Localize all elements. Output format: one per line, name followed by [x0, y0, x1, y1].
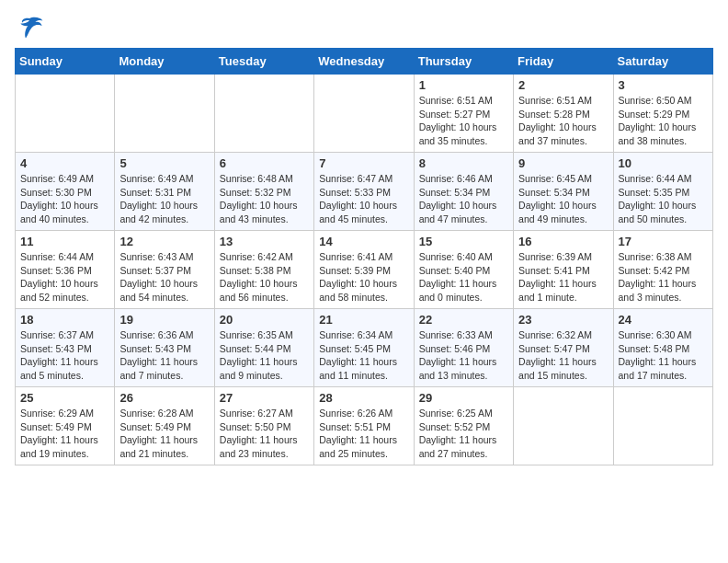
- calendar-header-friday: Friday: [514, 49, 613, 75]
- day-info: Sunrise: 6:35 AM Sunset: 5:44 PM Dayligh…: [220, 328, 309, 383]
- calendar-week-4: 18Sunrise: 6:37 AM Sunset: 5:43 PM Dayli…: [16, 309, 713, 387]
- day-info: Sunrise: 6:29 AM Sunset: 5:49 PM Dayligh…: [20, 407, 109, 461]
- day-number: 29: [419, 391, 508, 405]
- calendar-cell: 15Sunrise: 6:40 AM Sunset: 5:40 PM Dayli…: [414, 231, 513, 309]
- day-info: Sunrise: 6:38 AM Sunset: 5:42 PM Dayligh…: [619, 250, 708, 304]
- day-number: 16: [518, 235, 608, 248]
- calendar: SundayMondayTuesdayWednesdayThursdayFrid…: [15, 48, 713, 465]
- calendar-cell: 23Sunrise: 6:32 AM Sunset: 5:47 PM Dayli…: [514, 309, 613, 387]
- day-info: Sunrise: 6:41 AM Sunset: 5:39 PM Dayligh…: [319, 250, 408, 304]
- day-info: Sunrise: 6:37 AM Sunset: 5:43 PM Dayligh…: [20, 328, 109, 383]
- day-info: Sunrise: 6:44 AM Sunset: 5:36 PM Dayligh…: [20, 250, 109, 304]
- day-number: 27: [220, 391, 309, 405]
- calendar-week-1: 1Sunrise: 6:51 AM Sunset: 5:27 PM Daylig…: [16, 75, 713, 153]
- calendar-week-3: 11Sunrise: 6:44 AM Sunset: 5:36 PM Dayli…: [16, 231, 713, 309]
- day-info: Sunrise: 6:33 AM Sunset: 5:46 PM Dayligh…: [419, 328, 508, 383]
- calendar-cell: 17Sunrise: 6:38 AM Sunset: 5:42 PM Dayli…: [613, 231, 712, 309]
- day-number: 20: [220, 313, 309, 327]
- day-number: 21: [319, 313, 408, 327]
- calendar-header-row: SundayMondayTuesdayWednesdayThursdayFrid…: [16, 49, 713, 75]
- day-info: Sunrise: 6:42 AM Sunset: 5:38 PM Dayligh…: [220, 250, 309, 304]
- day-number: 6: [220, 156, 309, 170]
- day-number: 2: [518, 78, 608, 92]
- calendar-cell: 1Sunrise: 6:51 AM Sunset: 5:27 PM Daylig…: [414, 75, 513, 153]
- day-number: 26: [119, 391, 209, 405]
- calendar-cell: 4Sunrise: 6:49 AM Sunset: 5:30 PM Daylig…: [16, 153, 115, 231]
- calendar-cell: 8Sunrise: 6:46 AM Sunset: 5:34 PM Daylig…: [414, 153, 513, 231]
- calendar-cell: 12Sunrise: 6:43 AM Sunset: 5:37 PM Dayli…: [115, 231, 214, 309]
- day-info: Sunrise: 6:34 AM Sunset: 5:45 PM Dayligh…: [319, 328, 408, 383]
- day-number: 12: [119, 235, 209, 248]
- day-info: Sunrise: 6:45 AM Sunset: 5:34 PM Dayligh…: [518, 172, 608, 226]
- day-info: Sunrise: 6:50 AM Sunset: 5:29 PM Dayligh…: [619, 94, 708, 148]
- day-number: 15: [419, 235, 508, 248]
- calendar-cell: 24Sunrise: 6:30 AM Sunset: 5:48 PM Dayli…: [613, 309, 712, 387]
- day-number: 24: [619, 313, 708, 327]
- day-number: 28: [319, 391, 408, 405]
- day-info: Sunrise: 6:47 AM Sunset: 5:33 PM Dayligh…: [319, 172, 408, 226]
- day-number: 23: [518, 313, 608, 327]
- calendar-cell: 3Sunrise: 6:50 AM Sunset: 5:29 PM Daylig…: [613, 75, 712, 153]
- day-info: Sunrise: 6:51 AM Sunset: 5:28 PM Dayligh…: [518, 94, 608, 148]
- day-number: 11: [20, 235, 109, 248]
- calendar-week-2: 4Sunrise: 6:49 AM Sunset: 5:30 PM Daylig…: [16, 153, 713, 231]
- calendar-week-5: 25Sunrise: 6:29 AM Sunset: 5:49 PM Dayli…: [16, 387, 713, 465]
- calendar-cell: 19Sunrise: 6:36 AM Sunset: 5:43 PM Dayli…: [115, 309, 214, 387]
- calendar-header-wednesday: Wednesday: [314, 49, 414, 75]
- calendar-cell: 13Sunrise: 6:42 AM Sunset: 5:38 PM Dayli…: [214, 231, 313, 309]
- calendar-cell: [514, 387, 613, 465]
- calendar-cell: 21Sunrise: 6:34 AM Sunset: 5:45 PM Dayli…: [314, 309, 414, 387]
- day-number: 7: [319, 156, 408, 170]
- day-number: 14: [319, 235, 408, 248]
- calendar-header-tuesday: Tuesday: [214, 49, 313, 75]
- calendar-cell: 25Sunrise: 6:29 AM Sunset: 5:49 PM Dayli…: [16, 387, 115, 465]
- calendar-cell: 27Sunrise: 6:27 AM Sunset: 5:50 PM Dayli…: [214, 387, 313, 465]
- day-number: 22: [419, 313, 508, 327]
- calendar-cell: 14Sunrise: 6:41 AM Sunset: 5:39 PM Dayli…: [314, 231, 414, 309]
- calendar-cell: 5Sunrise: 6:49 AM Sunset: 5:31 PM Daylig…: [115, 153, 214, 231]
- calendar-cell: 11Sunrise: 6:44 AM Sunset: 5:36 PM Dayli…: [16, 231, 115, 309]
- calendar-header-thursday: Thursday: [414, 49, 513, 75]
- day-number: 10: [619, 156, 708, 170]
- day-number: 5: [119, 156, 209, 170]
- calendar-cell: [613, 387, 712, 465]
- calendar-header-saturday: Saturday: [613, 49, 712, 75]
- header: [15, 15, 713, 40]
- calendar-cell: 28Sunrise: 6:26 AM Sunset: 5:51 PM Dayli…: [314, 387, 414, 465]
- day-number: 13: [220, 235, 309, 248]
- logo-bird-icon: [15, 15, 44, 40]
- day-info: Sunrise: 6:30 AM Sunset: 5:48 PM Dayligh…: [619, 328, 708, 383]
- day-info: Sunrise: 6:28 AM Sunset: 5:49 PM Dayligh…: [119, 407, 209, 461]
- calendar-cell: 18Sunrise: 6:37 AM Sunset: 5:43 PM Dayli…: [16, 309, 115, 387]
- day-number: 19: [119, 313, 209, 327]
- day-info: Sunrise: 6:39 AM Sunset: 5:41 PM Dayligh…: [518, 250, 608, 304]
- calendar-cell: 10Sunrise: 6:44 AM Sunset: 5:35 PM Dayli…: [613, 153, 712, 231]
- calendar-cell: 2Sunrise: 6:51 AM Sunset: 5:28 PM Daylig…: [514, 75, 613, 153]
- day-number: 17: [619, 235, 708, 248]
- day-info: Sunrise: 6:44 AM Sunset: 5:35 PM Dayligh…: [619, 172, 708, 226]
- day-info: Sunrise: 6:27 AM Sunset: 5:50 PM Dayligh…: [220, 407, 309, 461]
- logo: [15, 15, 48, 40]
- day-info: Sunrise: 6:43 AM Sunset: 5:37 PM Dayligh…: [119, 250, 209, 304]
- calendar-cell: 6Sunrise: 6:48 AM Sunset: 5:32 PM Daylig…: [214, 153, 313, 231]
- day-number: 9: [518, 156, 608, 170]
- day-info: Sunrise: 6:36 AM Sunset: 5:43 PM Dayligh…: [119, 328, 209, 383]
- calendar-header-sunday: Sunday: [16, 49, 115, 75]
- day-info: Sunrise: 6:49 AM Sunset: 5:31 PM Dayligh…: [119, 172, 209, 226]
- calendar-header-monday: Monday: [115, 49, 214, 75]
- day-info: Sunrise: 6:46 AM Sunset: 5:34 PM Dayligh…: [419, 172, 508, 226]
- calendar-cell: 7Sunrise: 6:47 AM Sunset: 5:33 PM Daylig…: [314, 153, 414, 231]
- calendar-cell: [214, 75, 313, 153]
- day-number: 25: [20, 391, 109, 405]
- day-info: Sunrise: 6:26 AM Sunset: 5:51 PM Dayligh…: [319, 407, 408, 461]
- calendar-cell: 16Sunrise: 6:39 AM Sunset: 5:41 PM Dayli…: [514, 231, 613, 309]
- day-number: 4: [20, 156, 109, 170]
- calendar-cell: [115, 75, 214, 153]
- day-number: 1: [419, 78, 508, 92]
- day-number: 3: [619, 78, 708, 92]
- calendar-cell: [314, 75, 414, 153]
- calendar-cell: 20Sunrise: 6:35 AM Sunset: 5:44 PM Dayli…: [214, 309, 313, 387]
- day-info: Sunrise: 6:48 AM Sunset: 5:32 PM Dayligh…: [220, 172, 309, 226]
- day-info: Sunrise: 6:25 AM Sunset: 5:52 PM Dayligh…: [419, 407, 508, 461]
- day-info: Sunrise: 6:51 AM Sunset: 5:27 PM Dayligh…: [419, 94, 508, 148]
